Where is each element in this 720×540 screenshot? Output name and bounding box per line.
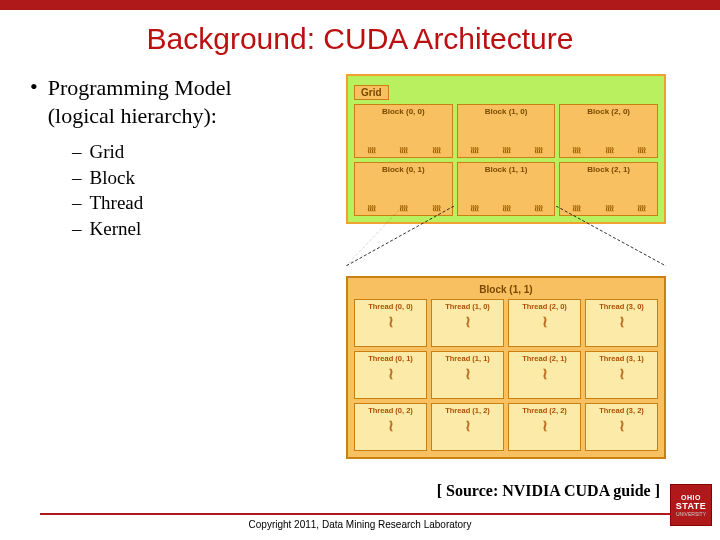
grid-diagram: Grid Block (0, 0)≀≀≀≀≀≀≀≀≀≀≀≀ Block (1, … xyxy=(346,74,666,224)
block-detail-label: Block (1, 1) xyxy=(354,284,658,295)
source-citation: [ Source: NVIDIA CUDA guide ] xyxy=(437,482,660,500)
thread-label: Thread (3, 0) xyxy=(599,302,644,311)
svg-line-0 xyxy=(346,206,454,266)
squiggle-icon: ≀ xyxy=(586,314,657,330)
squiggle-icon: ≀ xyxy=(509,366,580,382)
thread-cell: Thread (2, 0)≀ xyxy=(508,299,581,347)
slide-title: Background: CUDA Architecture xyxy=(0,22,720,56)
bullet-main: • Programming Model (logical hierarchy): xyxy=(30,74,330,129)
wave-icon: ≀≀≀≀≀≀≀≀≀≀≀≀ xyxy=(560,145,657,155)
top-accent-bar xyxy=(0,0,720,10)
thread-cell: Thread (2, 2)≀ xyxy=(508,403,581,451)
thread-label: Thread (0, 2) xyxy=(368,406,413,415)
sub-item: –Grid xyxy=(72,139,330,165)
thread-label: Thread (2, 1) xyxy=(522,354,567,363)
thread-cell: Thread (3, 1)≀ xyxy=(585,351,658,399)
right-column: Grid Block (0, 0)≀≀≀≀≀≀≀≀≀≀≀≀ Block (1, … xyxy=(346,74,690,459)
thread-label: Thread (3, 2) xyxy=(599,406,644,415)
sub-item: –Thread xyxy=(72,190,330,216)
thread-label: Thread (2, 0) xyxy=(522,302,567,311)
sub-bullet-list: –Grid –Block –Thread –Kernel xyxy=(72,139,330,242)
block-label: Block (1, 1) xyxy=(485,165,528,174)
dash-icon: – xyxy=(72,218,82,239)
block-cell: Block (0, 0)≀≀≀≀≀≀≀≀≀≀≀≀ xyxy=(354,104,453,158)
ohio-state-logo: OHIO STATE UNIVERSITY xyxy=(670,484,712,526)
thread-label: Thread (0, 0) xyxy=(368,302,413,311)
block-label: Block (2, 1) xyxy=(587,165,630,174)
logo-line2: STATE xyxy=(676,501,707,511)
bullet-dot-icon: • xyxy=(30,74,38,100)
bullet-line2: (logical hierarchy): xyxy=(48,103,217,128)
thread-cell: Thread (0, 2)≀ xyxy=(354,403,427,451)
block-cell: Block (2, 0)≀≀≀≀≀≀≀≀≀≀≀≀ xyxy=(559,104,658,158)
copyright-text: Copyright 2011, Data Mining Research Lab… xyxy=(40,513,680,530)
squiggle-icon: ≀ xyxy=(355,314,426,330)
thread-label: Thread (1, 1) xyxy=(445,354,490,363)
bullet-line1: Programming Model xyxy=(48,75,232,100)
thread-cell: Thread (1, 0)≀ xyxy=(431,299,504,347)
sub-label: Kernel xyxy=(90,218,142,239)
footer: Copyright 2011, Data Mining Research Lab… xyxy=(0,513,720,530)
thread-row: Thread (0, 2)≀ Thread (1, 2)≀ Thread (2,… xyxy=(354,403,658,451)
block-label: Block (0, 0) xyxy=(382,107,425,116)
thread-label: Thread (3, 1) xyxy=(599,354,644,363)
block-label: Block (0, 1) xyxy=(382,165,425,174)
thread-cell: Thread (1, 1)≀ xyxy=(431,351,504,399)
grid-rows: Block (0, 0)≀≀≀≀≀≀≀≀≀≀≀≀ Block (1, 0)≀≀≀… xyxy=(354,104,658,216)
squiggle-icon: ≀ xyxy=(355,366,426,382)
content-area: • Programming Model (logical hierarchy):… xyxy=(0,56,720,459)
dash-icon: – xyxy=(72,167,82,188)
logo-line3: UNIVERSITY xyxy=(676,511,706,517)
sub-item: –Block xyxy=(72,165,330,191)
squiggle-icon: ≀ xyxy=(509,418,580,434)
block-label: Block (2, 0) xyxy=(587,107,630,116)
squiggle-icon: ≀ xyxy=(586,366,657,382)
thread-cell: Thread (3, 2)≀ xyxy=(585,403,658,451)
projection-lines xyxy=(346,206,666,266)
wave-icon: ≀≀≀≀≀≀≀≀≀≀≀≀ xyxy=(458,145,555,155)
svg-line-1 xyxy=(556,206,666,266)
squiggle-icon: ≀ xyxy=(432,314,503,330)
thread-row: Thread (0, 1)≀ Thread (1, 1)≀ Thread (2,… xyxy=(354,351,658,399)
thread-rows: Thread (0, 0)≀ Thread (1, 0)≀ Thread (2,… xyxy=(354,299,658,451)
dash-icon: – xyxy=(72,192,82,213)
squiggle-icon: ≀ xyxy=(586,418,657,434)
thread-cell: Thread (0, 1)≀ xyxy=(354,351,427,399)
wave-icon: ≀≀≀≀≀≀≀≀≀≀≀≀ xyxy=(355,145,452,155)
sub-label: Grid xyxy=(90,141,125,162)
sub-label: Thread xyxy=(90,192,144,213)
squiggle-icon: ≀ xyxy=(432,366,503,382)
grid-label: Grid xyxy=(354,85,389,100)
thread-row: Thread (0, 0)≀ Thread (1, 0)≀ Thread (2,… xyxy=(354,299,658,347)
thread-cell: Thread (2, 1)≀ xyxy=(508,351,581,399)
thread-label: Thread (0, 1) xyxy=(368,354,413,363)
squiggle-icon: ≀ xyxy=(355,418,426,434)
sub-label: Block xyxy=(90,167,135,188)
thread-label: Thread (1, 0) xyxy=(445,302,490,311)
block-detail-diagram: Block (1, 1) Thread (0, 0)≀ Thread (1, 0… xyxy=(346,276,666,459)
left-column: • Programming Model (logical hierarchy):… xyxy=(30,74,330,459)
squiggle-icon: ≀ xyxy=(432,418,503,434)
thread-label: Thread (1, 2) xyxy=(445,406,490,415)
logo-line1: OHIO xyxy=(681,494,701,501)
block-label: Block (1, 0) xyxy=(485,107,528,116)
grid-row: Block (0, 0)≀≀≀≀≀≀≀≀≀≀≀≀ Block (1, 0)≀≀≀… xyxy=(354,104,658,158)
bullet-text: Programming Model (logical hierarchy): xyxy=(48,74,232,129)
squiggle-icon: ≀ xyxy=(509,314,580,330)
sub-item: –Kernel xyxy=(72,216,330,242)
thread-cell: Thread (1, 2)≀ xyxy=(431,403,504,451)
thread-label: Thread (2, 2) xyxy=(522,406,567,415)
thread-cell: Thread (0, 0)≀ xyxy=(354,299,427,347)
dash-icon: – xyxy=(72,141,82,162)
thread-cell: Thread (3, 0)≀ xyxy=(585,299,658,347)
block-cell: Block (1, 0)≀≀≀≀≀≀≀≀≀≀≀≀ xyxy=(457,104,556,158)
